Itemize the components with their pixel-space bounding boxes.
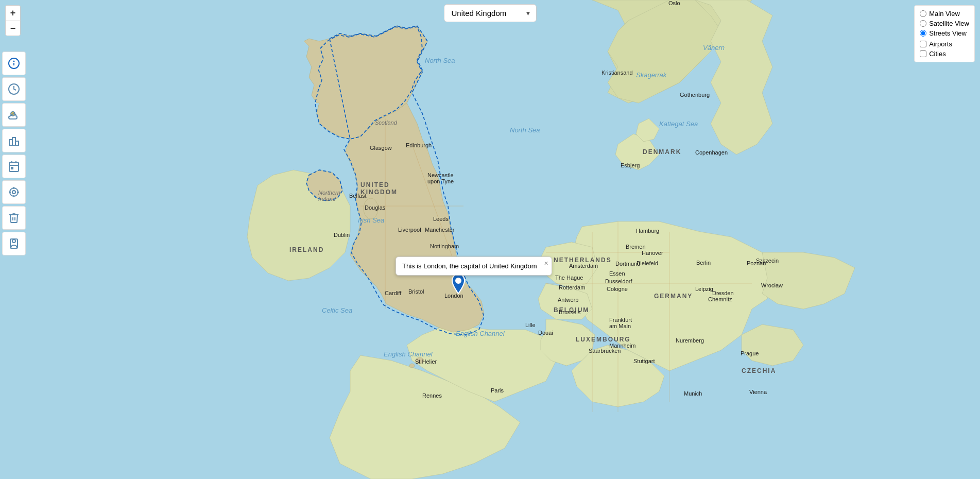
main-view-option[interactable]: Main View <box>920 10 969 18</box>
svg-rect-21 <box>9 162 19 172</box>
info-button[interactable] <box>2 52 26 75</box>
city-button[interactable] <box>2 129 26 152</box>
svg-point-34 <box>455 278 461 284</box>
satellite-view-radio[interactable] <box>920 20 926 27</box>
view-type-group: Main View Satellite View Streets View <box>920 10 969 37</box>
main-view-radio[interactable] <box>920 10 926 17</box>
clock-button[interactable] <box>2 77 26 101</box>
svg-point-27 <box>12 191 15 194</box>
svg-rect-19 <box>15 141 19 145</box>
streets-view-radio[interactable] <box>920 30 926 37</box>
weather-button[interactable] <box>2 103 26 127</box>
satellite-view-option[interactable]: Satellite View <box>920 20 969 27</box>
london-pin[interactable] <box>450 273 467 297</box>
svg-point-26 <box>10 188 18 196</box>
streets-view-option[interactable]: Streets View <box>920 29 969 37</box>
calendar-button[interactable] <box>2 155 26 178</box>
popup-close-button[interactable]: × <box>544 259 548 267</box>
zoom-in-button[interactable]: + <box>5 5 21 21</box>
view-controls-panel: Main View Satellite View Streets View Ai… <box>914 5 975 62</box>
map-svg <box>0 0 980 479</box>
person-pin-button[interactable] <box>2 232 26 255</box>
sidebar <box>0 52 26 255</box>
popup-text: This is London, the capital of United Ki… <box>402 262 537 270</box>
london-popup: This is London, the capital of United Ki… <box>396 256 552 276</box>
svg-point-32 <box>12 239 15 243</box>
trash-button[interactable] <box>2 206 26 230</box>
airports-option[interactable]: Airports <box>920 40 969 48</box>
zoom-out-button[interactable]: − <box>5 21 21 36</box>
svg-point-11 <box>409 364 415 368</box>
satellite-view-label: Satellite View <box>929 20 969 27</box>
airports-checkbox[interactable] <box>920 41 926 47</box>
main-view-label: Main View <box>929 10 960 18</box>
svg-rect-25 <box>11 167 13 169</box>
svg-point-10 <box>416 357 424 364</box>
overlay-group: Airports Cities <box>920 40 969 58</box>
streets-view-label: Streets View <box>929 29 967 37</box>
map-container[interactable]: North Sea North Sea Irish Sea Celtic Sea… <box>0 0 980 479</box>
country-selector: United Kingdom Ireland France Germany ▼ <box>444 4 537 22</box>
target-button[interactable] <box>2 180 26 204</box>
airports-label: Airports <box>929 40 952 48</box>
svg-point-9 <box>364 198 378 219</box>
zoom-controls: + − <box>5 5 21 36</box>
cities-checkbox[interactable] <box>920 50 926 57</box>
country-select-input[interactable]: United Kingdom Ireland France Germany <box>444 4 537 22</box>
cities-option[interactable]: Cities <box>920 50 969 58</box>
cities-label: Cities <box>929 50 946 58</box>
